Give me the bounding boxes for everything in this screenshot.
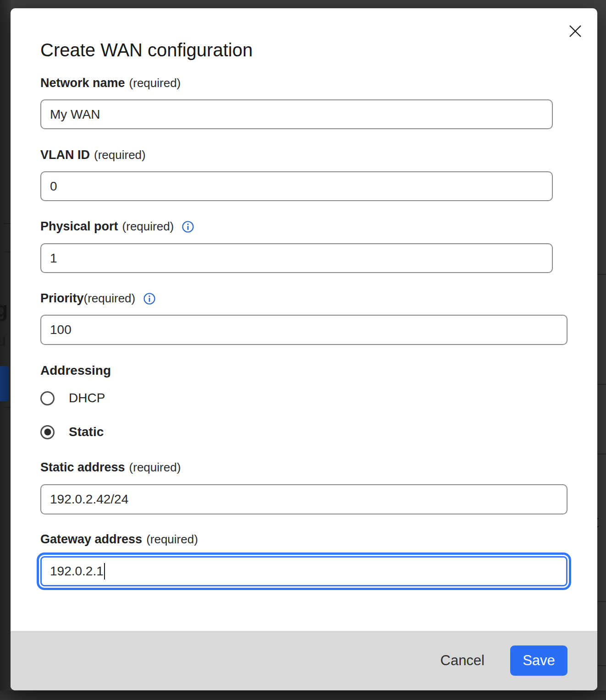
static-address-input[interactable] [40,484,567,514]
priority-label: Priority (required) [40,291,156,306]
label-text: VLAN ID [40,148,90,162]
required-hint: (required) [94,148,146,162]
close-button[interactable] [565,21,585,41]
background-text-fragment: g [0,297,8,322]
required-hint: (required) [129,460,181,475]
radio-option-dhcp[interactable]: DHCP [40,391,105,405]
network-name-label: Network name (required) [40,76,181,90]
background-button-fragment [0,366,9,401]
vlan-id-input[interactable] [40,171,553,201]
static-address-label: Static address (required) [40,460,181,475]
required-hint: (required) [122,219,174,234]
label-text: Static address [40,460,125,475]
background-divider [597,665,606,666]
required-hint: (required) [146,532,198,547]
background-divider [597,454,606,454]
vlan-id-label: VLAN ID (required) [40,148,146,162]
gateway-address-input[interactable]: 192.0.2.1 [40,556,567,586]
background-divider [0,407,11,408]
background-text-fragment: u [0,331,6,350]
background-divider [0,252,11,252]
radio-label: DHCP [69,391,105,405]
label-text: Priority [40,291,84,306]
dialog-title: Create WAN configuration [40,39,253,61]
radio-option-static[interactable]: Static [40,425,104,439]
physical-port-label: Physical port (required) [40,219,194,234]
radio-button-selected[interactable] [40,425,55,439]
gateway-address-label: Gateway address (required) [40,532,198,547]
required-hint: (required) [84,291,136,306]
background-divider [597,601,606,602]
background-divider [597,274,606,275]
background-divider [597,384,606,385]
overlay-bottom-strip [0,690,606,700]
overlay-left-strip [0,0,11,700]
required-hint: (required) [129,76,181,90]
priority-input[interactable] [40,315,567,345]
info-icon[interactable] [143,292,156,305]
radio-label: Static [69,425,104,439]
network-name-input[interactable] [40,99,553,129]
text-cursor [104,563,105,580]
addressing-heading: Addressing [40,363,111,378]
close-icon [568,24,583,38]
info-icon[interactable] [182,220,194,233]
background-divider [0,223,11,224]
physical-port-input[interactable] [40,243,553,273]
dialog-footer: Cancel Save [11,631,597,690]
label-text: Gateway address [40,532,142,547]
radio-button-unselected[interactable] [40,391,55,405]
create-wan-dialog: Create WAN configuration Network name (r… [11,8,597,690]
save-button[interactable]: Save [510,645,567,676]
gateway-address-value: 192.0.2.1 [50,564,104,579]
cancel-button[interactable]: Cancel [436,650,490,672]
label-text: Network name [40,76,125,90]
label-text: Physical port [40,219,118,234]
